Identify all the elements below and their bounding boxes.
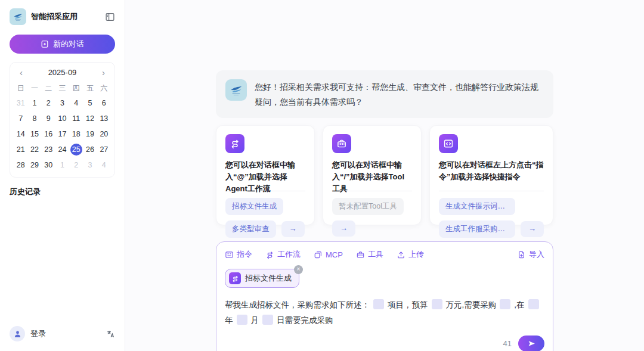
more-tools-button[interactable]: →: [332, 220, 355, 237]
calendar-day[interactable]: 11: [69, 112, 83, 126]
calendar-day[interactable]: 28: [14, 159, 27, 172]
app-logo: [10, 8, 26, 25]
calendar-day[interactable]: 6: [97, 97, 111, 110]
calendar-day[interactable]: 20: [97, 128, 111, 141]
calendar-day[interactable]: 19: [83, 128, 97, 141]
avatar[interactable]: [10, 326, 25, 341]
calendar-day[interactable]: 8: [27, 112, 41, 126]
calendar-day[interactable]: 9: [42, 112, 55, 126]
card-title: 您可以在对话框中输入“@”加载并选择Agent工作流: [225, 159, 305, 184]
calendar-day[interactable]: 5: [83, 97, 97, 110]
calendar-day[interactable]: 3: [55, 97, 69, 110]
calendar-day-selected[interactable]: 25: [69, 143, 83, 157]
main-area: 您好！招采相关需求我可支持：帮您生成、审查文件，也能解答行业政策法规疑问，您当前…: [125, 0, 644, 351]
calendar-next-icon[interactable]: ›: [101, 68, 106, 77]
calendar-day[interactable]: 14: [14, 128, 27, 141]
calendar-day[interactable]: 23: [42, 143, 55, 157]
calendar-day[interactable]: 29: [27, 159, 41, 172]
code-window-icon: [439, 134, 458, 153]
welcome-text: 您好！招采相关需求我可支持：帮您生成、审查文件，也能解答行业政策法规疑问，您当前…: [255, 79, 544, 109]
workflow-label: 工作流: [277, 249, 301, 260]
prompt-blank-field[interactable]: [432, 299, 442, 309]
prompt-blank-field[interactable]: [500, 299, 510, 309]
calendar-day[interactable]: 7: [14, 112, 27, 126]
calendar-day[interactable]: 12: [83, 112, 97, 126]
content-column: 您好！招采相关需求我可支持：帮您生成、审查文件，也能解答行业政策法规疑问，您当前…: [216, 70, 553, 351]
calendar-day[interactable]: 26: [83, 143, 97, 157]
import-icon: [517, 250, 526, 259]
new-chat-button[interactable]: 新的对话: [10, 35, 115, 54]
prompt-blank-field[interactable]: [262, 315, 273, 325]
calendar-weekday: 三: [55, 82, 69, 95]
calendar-day[interactable]: 2: [69, 159, 83, 172]
composer-bottom: 41: [225, 336, 544, 351]
card-title: 您可以在对话框中输入“/”加载并选择Tool工具: [332, 159, 412, 184]
mcp-label: MCP: [326, 250, 343, 259]
prompt-blank-field[interactable]: [373, 299, 384, 309]
calendar-day[interactable]: 22: [27, 143, 41, 157]
upload-button[interactable]: 上传: [397, 249, 424, 260]
calendar-day[interactable]: 4: [97, 159, 111, 172]
import-button[interactable]: 导入: [517, 249, 544, 260]
calendar-day[interactable]: 31: [14, 97, 27, 110]
history-label: 历史记录: [10, 187, 115, 197]
card-tools: 您可以在对话框中输入“/”加载并选择Tool工具 暂未配置Tool工具 →: [323, 125, 422, 225]
chip-row: 招标文件生成 ×: [225, 269, 544, 288]
sidebar-header: 智能招采应用: [10, 8, 115, 25]
workflow-tag[interactable]: 招标文件生成: [225, 198, 283, 215]
calendar-day[interactable]: 21: [14, 143, 27, 157]
workflow-button[interactable]: 工作流: [265, 249, 301, 260]
workflow-chip[interactable]: 招标文件生成 ×: [225, 269, 299, 288]
commands-label: 指令: [237, 249, 252, 260]
calendar-day[interactable]: 17: [55, 128, 69, 141]
composer-toolbar: 指令 工作流 MCP: [225, 249, 544, 260]
new-document-icon: [41, 40, 49, 48]
calendar-weekday: 四: [69, 82, 83, 95]
card-title: 您可以在对话框左上方点击“指令”加载并选择快捷指令: [439, 159, 544, 184]
calendar-grid: 日一二三四五六311234567891011121314151617181920…: [14, 82, 111, 172]
calendar-day[interactable]: 10: [55, 112, 69, 126]
calendar-day[interactable]: 1: [27, 97, 41, 110]
login-button[interactable]: 登录: [30, 328, 101, 339]
calendar-day[interactable]: 3: [83, 159, 97, 172]
workflow-icon: [265, 250, 274, 259]
command-tag[interactable]: 生成工作服采购招...: [439, 220, 515, 238]
chip-label: 招标文件生成: [245, 273, 292, 284]
calendar-month: 2025-09: [48, 68, 77, 77]
composer-prompt[interactable]: 帮我生成招标文件，采购需求如下所述：项目，预算万元,需要采购,在年月日需要完成采…: [225, 297, 544, 328]
upload-icon: [397, 250, 405, 259]
workflow-tag[interactable]: 多类型审查: [225, 220, 276, 238]
calendar-day[interactable]: 30: [42, 159, 55, 172]
user-icon: [13, 330, 22, 338]
assistant-avatar: [225, 79, 247, 101]
calendar-day[interactable]: 16: [42, 128, 55, 141]
tools-button[interactable]: 工具: [356, 249, 383, 260]
more-workflows-button[interactable]: →: [281, 221, 305, 237]
calendar-day[interactable]: 18: [69, 128, 83, 141]
command-tag[interactable]: 生成文件提示词模版: [439, 198, 515, 215]
prompt-text: 年: [225, 316, 233, 325]
prompt-blank-field[interactable]: [528, 299, 539, 309]
chip-close-icon[interactable]: ×: [294, 265, 303, 274]
calendar-day[interactable]: 24: [55, 143, 69, 157]
mcp-button[interactable]: MCP: [314, 250, 343, 259]
calendar-day[interactable]: 27: [97, 143, 111, 157]
calendar-day[interactable]: 13: [97, 112, 111, 126]
send-button[interactable]: [518, 336, 544, 351]
workflow-icon: [229, 272, 241, 284]
prompt-blank-field[interactable]: [237, 315, 247, 325]
language-switch-icon[interactable]: [106, 330, 115, 338]
more-commands-button[interactable]: →: [521, 221, 544, 237]
sidebar-collapse-icon[interactable]: [105, 12, 115, 22]
calendar-day[interactable]: 15: [27, 128, 41, 141]
calendar-day[interactable]: 1: [55, 159, 69, 172]
calendar-day[interactable]: 2: [42, 97, 55, 110]
calendar-day[interactable]: 4: [69, 97, 83, 110]
bird-logo-icon: [228, 82, 244, 98]
prompt-text: 日需要完成采购: [277, 316, 333, 325]
calendar-weekday: 六: [97, 82, 111, 95]
prompt-text: 月: [251, 316, 259, 325]
commands-button[interactable]: 指令: [225, 249, 252, 260]
calendar-prev-icon[interactable]: ‹: [18, 68, 24, 77]
divider: [439, 191, 544, 191]
